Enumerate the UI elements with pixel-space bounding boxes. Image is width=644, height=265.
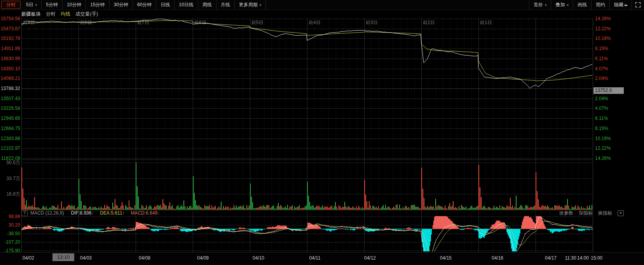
- crosshair-price-tag: 13752.0: [593, 87, 624, 94]
- macd-axis-label: -38.50: [0, 230, 20, 237]
- price-axis-label: 12945.65: [0, 115, 20, 121]
- fullscreen-icon[interactable]: [632, 0, 644, 10]
- percent-axis-label: 4.07%: [595, 66, 608, 72]
- legend-period: 分时: [46, 11, 56, 17]
- day-marker-label: 前2日: [423, 19, 435, 26]
- percent-axis-label: 6.11%: [595, 55, 608, 62]
- volume-axis-label: 16.8万: [0, 191, 20, 197]
- price-axis-label: 15754.56: [0, 16, 20, 22]
- period-tabs: 分时5日▾5分钟10分钟15分钟30分钟60分钟日线10日线周线月线更多周期▾: [0, 0, 266, 10]
- price-axis-label: 15473.67: [0, 26, 20, 32]
- price-axis-label: 14350.10: [0, 66, 20, 72]
- time-axis-label: 11:30: [565, 255, 576, 261]
- percent-axis-label: 8.15%: [595, 45, 608, 52]
- macd-axis-label: 98.89: [0, 213, 20, 220]
- chart-canvas[interactable]: [0, 0, 644, 265]
- double-arrow-icon: ▸▸: [625, 3, 627, 7]
- percent-axis-label: 2.04%: [595, 75, 608, 81]
- help-icon[interactable]: ?: [21, 210, 28, 216]
- period-tab[interactable]: 更多周期▾: [235, 0, 266, 10]
- period-tab[interactable]: 10分钟: [63, 0, 86, 10]
- day-marker-label: 前6日: [194, 19, 206, 26]
- indicator-dea-value: DEA:5.611↑: [100, 210, 124, 216]
- toolbar-action-button[interactable]: 简约: [592, 0, 610, 10]
- indicator-tools: 改参数加指标换指标✕: [559, 210, 624, 217]
- toolbar-actions: 竞价▾叠加▾画线简约隐藏▸▸: [529, 0, 644, 10]
- period-tab[interactable]: 5日▾: [22, 0, 42, 10]
- time-axis-label: 14:00: [577, 255, 589, 261]
- volume-axis-label: 50.5万: [0, 159, 20, 166]
- day-marker-label: 前5日: [251, 19, 264, 26]
- period-tab[interactable]: 10日线: [175, 0, 198, 10]
- date-axis-label: 04/16: [492, 255, 503, 261]
- chart-legend: 新疆板块 分时 均线 成交量(手): [21, 10, 98, 17]
- toolbar-action-button[interactable]: 叠加▾: [551, 0, 573, 10]
- app-root: 分时5日▾5分钟10分钟15分钟30分钟60分钟日线10日线周线月线更多周期▾ …: [0, 0, 644, 265]
- macd-axis-label: 30.20: [0, 222, 20, 228]
- caret-down-icon: ▾: [260, 3, 262, 7]
- percent-axis-label: 2.04%: [595, 95, 608, 102]
- price-axis-label: 13788.32: [0, 85, 20, 92]
- percent-axis-label: 12.22%: [595, 145, 611, 151]
- date-axis-label: 04/03: [80, 255, 92, 261]
- toolbar-action-button[interactable]: 隐藏▸▸: [610, 0, 632, 10]
- volume-axis-label: 33.7万: [0, 175, 20, 182]
- day-marker-label: 前7日: [137, 19, 149, 26]
- period-tab[interactable]: 日线: [156, 0, 175, 10]
- legend-ma: 均线: [61, 11, 70, 17]
- date-axis-label: 04/10: [253, 255, 264, 261]
- percent-axis-label: 10.19%: [595, 135, 611, 142]
- price-axis-label: 13507.43: [0, 95, 20, 102]
- percent-axis-label: 12.22%: [595, 26, 611, 32]
- indicator-name[interactable]: MACD (12,26,9): [30, 210, 64, 216]
- period-tab[interactable]: 周线: [198, 0, 216, 10]
- toolbar-action-button[interactable]: 画线: [573, 0, 592, 10]
- period-tab[interactable]: 15分钟: [86, 0, 109, 10]
- close-icon[interactable]: ✕: [618, 210, 624, 216]
- date-axis-label: 04/12: [364, 255, 376, 261]
- percent-axis-label: 6.11%: [595, 115, 608, 121]
- percent-axis-label: 14.26%: [595, 16, 611, 22]
- price-axis-label: 14069.21: [0, 75, 20, 81]
- date-axis-label: 04/08: [139, 255, 150, 261]
- day-marker-label: 前9日: [23, 19, 35, 26]
- date-axis-label: 04/02: [23, 255, 34, 261]
- date-axis-label: 04/17: [545, 255, 557, 261]
- percent-axis-label: 10.19%: [595, 35, 611, 42]
- macd-axis-label: -107.20: [0, 239, 20, 245]
- price-axis-label: 13226.54: [0, 105, 20, 111]
- down-arrow-icon: ↓: [157, 210, 160, 216]
- period-tab[interactable]: 月线: [216, 0, 235, 10]
- date-axis-label: 04/11: [309, 255, 320, 261]
- day-marker-label: 前8日: [80, 19, 92, 26]
- up-arrow-icon: ↑: [122, 210, 125, 216]
- toolbar: 分时5日▾5分钟10分钟15分钟30分钟60分钟日线10日线周线月线更多周期▾ …: [0, 0, 644, 10]
- caret-down-icon: ▾: [35, 3, 37, 7]
- up-arrow-icon: ↑: [91, 210, 94, 216]
- macd-axis-label: -175.90: [0, 248, 20, 254]
- day-marker-label: 前1日: [480, 19, 492, 26]
- toolbar-action-button[interactable]: 竞价▾: [529, 0, 552, 10]
- indicator-bar: ? MACD (12,26,9) DIF:8.936↑ DEA:5.611↑ M…: [21, 210, 624, 216]
- price-axis-label: 12102.97: [0, 145, 20, 151]
- price-axis-label: 15192.78: [0, 35, 20, 42]
- period-tab[interactable]: 30分钟: [110, 0, 133, 10]
- caret-down-icon: ▾: [545, 3, 547, 7]
- indicator-tool-button[interactable]: 加指标: [579, 210, 593, 217]
- crosshair-time-tag: 13:10: [52, 253, 74, 261]
- indicator-dif-value: DIF:8.936↑: [71, 210, 94, 216]
- period-tab[interactable]: 分时: [1, 1, 21, 9]
- indicator-macd-value: MACD:6.649↓: [131, 210, 160, 216]
- time-axis-label: 15:00: [591, 255, 602, 261]
- indicator-tool-button[interactable]: 改参数: [559, 210, 573, 217]
- price-axis-label: 12383.86: [0, 135, 20, 142]
- price-axis-label: 14911.89: [0, 45, 20, 52]
- indicator-tool-button[interactable]: 换指标: [598, 210, 612, 217]
- day-marker-label: 前3日: [366, 19, 378, 26]
- period-tab[interactable]: 60分钟: [133, 0, 156, 10]
- day-marker-label: 前4日: [309, 19, 321, 26]
- legend-volume: 成交量(手): [75, 11, 98, 17]
- percent-axis-label: 14.26%: [595, 155, 611, 161]
- price-axis-label: 12664.75: [0, 125, 20, 132]
- period-tab[interactable]: 5分钟: [42, 0, 63, 10]
